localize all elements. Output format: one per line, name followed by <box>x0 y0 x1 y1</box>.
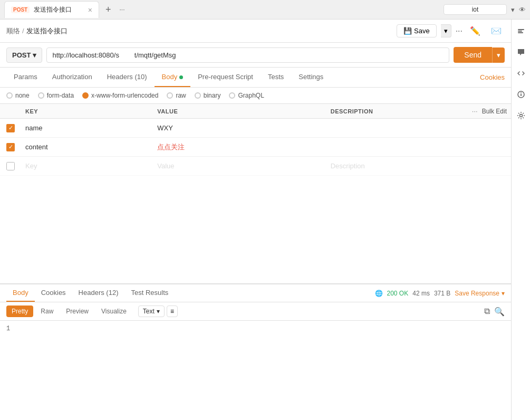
url-input[interactable] <box>46 47 449 63</box>
response-tab-test-results[interactable]: Test Results <box>124 284 175 302</box>
kv-table: KEY VALUE DESCRIPTION ··· Bulk Edit name… <box>0 104 511 283</box>
tab-dropdown-button[interactable]: ▾ <box>511 6 515 14</box>
row1-checkbox-col <box>0 124 21 132</box>
svg-point-6 <box>519 114 522 117</box>
row2-value[interactable]: 点点关注 <box>153 139 326 155</box>
description-placeholder: Description <box>331 162 365 170</box>
none-label: none <box>15 92 30 99</box>
text-format-dropdown[interactable]: Text ▾ <box>138 306 165 317</box>
row2-checkbox[interactable] <box>6 143 15 151</box>
comment-button[interactable]: ✉️ <box>488 24 505 38</box>
save-button[interactable]: 💾 Save <box>397 24 437 37</box>
tab-authorization[interactable]: Authorization <box>45 68 100 87</box>
svg-rect-2 <box>518 32 523 33</box>
tab-tests[interactable]: Tests <box>261 68 291 87</box>
response-section: Body Cookies Headers (12) Test Results 🌐… <box>0 283 511 420</box>
send-main-button[interactable]: Send <box>454 47 492 63</box>
body-type-urlencoded[interactable]: x-www-form-urlencoded <box>82 92 158 99</box>
header-actions: ··· Bulk Edit <box>458 107 511 115</box>
form-data-radio[interactable] <box>38 92 44 99</box>
row1-checkbox[interactable] <box>6 124 15 132</box>
send-button-group: Send ▾ <box>454 47 505 63</box>
edit-button[interactable]: ✏️ <box>467 24 484 38</box>
none-radio[interactable] <box>6 92 13 99</box>
cookies-link[interactable]: Cookies <box>480 73 505 81</box>
new-tab-button[interactable]: + <box>101 4 115 15</box>
sidebar-comment-icon[interactable] <box>514 45 528 60</box>
empty-value[interactable]: Value <box>153 159 326 173</box>
response-tab-body[interactable]: Body <box>6 284 35 302</box>
format-tab-pretty[interactable]: Pretty <box>6 306 33 317</box>
header-description: DESCRIPTION <box>326 108 458 114</box>
empty-key[interactable]: Key <box>21 159 153 173</box>
breadcrumb-parent[interactable]: 顺络 <box>6 26 20 36</box>
format-tabs-row: Pretty Raw Preview Visualize Text ▾ ≡ ⧉ … <box>0 302 511 321</box>
svg-rect-0 <box>518 29 524 30</box>
tab-settings[interactable]: Settings <box>291 68 331 87</box>
tab-title: 发送指令接口 <box>34 5 84 14</box>
sidebar-code-icon[interactable] <box>514 66 528 81</box>
tab-right-area: iot ▾ 👁 <box>444 4 526 15</box>
format-tab-raw[interactable]: Raw <box>35 306 59 317</box>
row2-key[interactable]: content <box>21 140 153 154</box>
body-active-dot <box>179 75 183 79</box>
response-line-1: 1 <box>6 325 505 332</box>
tab-body[interactable]: Body <box>155 68 191 87</box>
line-number-1: 1 <box>6 325 10 332</box>
method-dropdown-icon: ▾ <box>33 51 36 59</box>
toolbar-actions: 💾 Save ▾ ··· ✏️ ✉️ <box>397 24 505 38</box>
body-type-graphql[interactable]: GraphQL <box>229 92 264 99</box>
row1-description[interactable] <box>326 125 458 131</box>
response-tabs-row: Body Cookies Headers (12) Test Results 🌐… <box>0 284 511 302</box>
bulk-edit-button[interactable]: Bulk Edit <box>482 108 507 115</box>
copy-response-button[interactable]: ⧉ <box>484 307 490 317</box>
wrap-button[interactable]: ≡ <box>167 306 178 317</box>
body-type-form-data[interactable]: form-data <box>38 92 74 99</box>
method-select[interactable]: POST ▾ <box>6 47 42 63</box>
urlencoded-radio[interactable] <box>82 92 89 99</box>
svg-rect-4 <box>521 94 522 96</box>
active-tab[interactable]: POST 发送指令接口 × <box>4 1 99 18</box>
binary-radio[interactable] <box>195 92 201 99</box>
format-actions: ⧉ 🔍 <box>484 307 505 317</box>
send-arrow-button[interactable]: ▾ <box>492 47 505 63</box>
response-tab-headers[interactable]: Headers (12) <box>72 284 125 302</box>
kv-header: KEY VALUE DESCRIPTION ··· Bulk Edit <box>0 104 511 119</box>
save-icon: 💾 <box>403 27 412 35</box>
format-tab-visualize[interactable]: Visualize <box>96 306 132 317</box>
tab-close-button[interactable]: × <box>88 6 92 14</box>
sidebar-settings-icon[interactable] <box>514 108 528 123</box>
response-tab-cookies[interactable]: Cookies <box>35 284 72 302</box>
save-response-button[interactable]: Save Response ▾ <box>455 290 505 297</box>
row2-description[interactable] <box>326 144 458 150</box>
form-data-label: form-data <box>47 92 74 99</box>
empty-checkbox-col <box>0 162 21 170</box>
search-response-button[interactable]: 🔍 <box>494 307 505 317</box>
status-badge: 200 OK <box>387 290 409 297</box>
body-type-binary[interactable]: binary <box>195 92 221 99</box>
tab-params[interactable]: Params <box>6 68 45 87</box>
row1-key[interactable]: name <box>21 121 153 135</box>
empty-row-checkbox[interactable] <box>6 162 15 170</box>
tab-headers[interactable]: Headers (10) <box>100 68 155 87</box>
body-type-none[interactable]: none <box>6 92 30 99</box>
tab-pre-request[interactable]: Pre-request Script <box>190 68 261 87</box>
empty-description[interactable]: Description <box>326 159 458 173</box>
method-label: POST <box>12 51 31 59</box>
raw-radio[interactable] <box>167 92 173 99</box>
more-options-button[interactable]: ··· <box>456 26 462 36</box>
tab-iot[interactable]: iot <box>444 4 507 15</box>
format-tab-preview[interactable]: Preview <box>61 306 94 317</box>
body-type-raw[interactable]: raw <box>167 92 186 99</box>
header-key: KEY <box>21 108 153 114</box>
table-more-button[interactable]: ··· <box>472 107 478 115</box>
eye-icon[interactable]: 👁 <box>519 6 526 14</box>
sidebar-info-icon[interactable] <box>514 87 528 102</box>
row2-checkbox-col <box>0 143 21 151</box>
tab-more-button[interactable]: ··· <box>118 6 127 13</box>
graphql-radio[interactable] <box>229 92 235 99</box>
save-dropdown-button[interactable]: ▾ <box>441 24 451 37</box>
sidebar-api-icon[interactable] <box>514 24 528 39</box>
response-status-area: 🌐 200 OK 42 ms 371 B Save Response ▾ <box>375 290 505 297</box>
row1-value[interactable]: WXY <box>153 121 326 135</box>
